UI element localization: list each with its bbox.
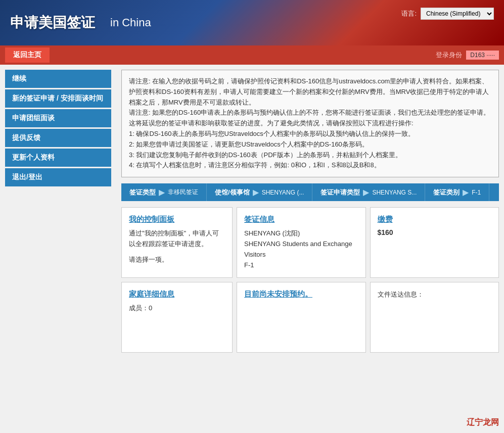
tab-arrow-3: ▶ bbox=[363, 187, 369, 197]
visa-info-panel: 签证信息 SHENYANG (沈阳) SHENYANG Students and… bbox=[237, 207, 366, 278]
language-selector[interactable]: 语言: Chinese (Simplified) English Chinese… bbox=[401, 8, 494, 20]
visa-info-location: SHENYANG (沈阳) bbox=[244, 228, 358, 239]
notice-box: 请注意: 在输入您的收据号码之前，请确保护照传记资料和DS-160信息与ustr… bbox=[121, 70, 499, 177]
tab-visa-type-value: 非移民签证 bbox=[168, 188, 198, 197]
tab-visa-type-label: 签证类型 bbox=[129, 188, 156, 197]
tab-arrow-1: ▶ bbox=[159, 187, 165, 197]
tab-embassy-value: SHENYANG (... bbox=[262, 189, 304, 196]
sidebar-item-group[interactable]: 申请团组面谈 bbox=[5, 109, 111, 127]
language-label: 语言: bbox=[401, 9, 417, 18]
sidebar: 继续 新的签证申请 / 安排面谈时间 申请团组面谈 提供反馈 更新个人资料 退出… bbox=[0, 65, 116, 362]
tab-embassy[interactable]: 使馆/领事馆 ▶ SHENYANG (... bbox=[207, 183, 312, 201]
tab-application-type-value: SHENYANG S... bbox=[372, 189, 417, 196]
tab-visa-category-label: 签证类别 bbox=[433, 188, 460, 197]
tabs-bar: 签证类型 ▶ 非移民签证 使馆/领事馆 ▶ SHENYANG (... 签证申请… bbox=[121, 183, 499, 201]
navbar: 返回主页 登录身份 D163 ····· bbox=[0, 45, 504, 65]
location-label: in China bbox=[110, 16, 151, 29]
language-dropdown[interactable]: Chinese (Simplified) English Chinese (Tr… bbox=[421, 8, 494, 20]
my-dashboard-title[interactable]: 我的控制面板 bbox=[129, 215, 225, 224]
dashboard-row-2: 家庭详细信息 成员：0 目前尚未安排预约。 文件送达信息： bbox=[121, 282, 499, 353]
appointment-panel: 目前尚未安排预约。 bbox=[237, 282, 366, 353]
visa-info-title[interactable]: 签证信息 bbox=[244, 215, 358, 224]
family-panel: 家庭详细信息 成员：0 bbox=[121, 282, 233, 353]
family-title[interactable]: 家庭详细信息 bbox=[129, 290, 225, 299]
dashboard-row-1: 我的控制面板 通过"我的控制面板"，申请人可以全程跟踪签证申请进度。 请选择一项… bbox=[121, 207, 499, 278]
visa-info-type: F-1 bbox=[244, 260, 358, 271]
tab-embassy-label: 使馆/领事馆 bbox=[215, 188, 250, 197]
tab-arrow-2: ▶ bbox=[253, 187, 259, 197]
main-container: 继续 新的签证申请 / 安排面谈时间 申请团组面谈 提供反馈 更新个人资料 退出… bbox=[0, 65, 504, 362]
sidebar-item-update-profile[interactable]: 更新个人资料 bbox=[5, 149, 111, 167]
tab-visa-category[interactable]: 签证类别 ▶ F-1 bbox=[425, 183, 489, 201]
home-button[interactable]: 返回主页 bbox=[5, 47, 50, 63]
tab-visa-type[interactable]: 签证类型 ▶ 非移民签证 bbox=[121, 183, 207, 201]
site-title: 申请美国签证 bbox=[10, 13, 95, 32]
sidebar-item-feedback[interactable]: 提供反馈 bbox=[5, 129, 111, 147]
appointment-title[interactable]: 目前尚未安排预约。 bbox=[244, 290, 358, 299]
tab-visa-category-value: F-1 bbox=[472, 189, 481, 196]
payment-amount: $160 bbox=[378, 228, 492, 236]
tab-arrow-4: ▶ bbox=[463, 187, 469, 197]
notice-text: 请注意: 在输入您的收据号码之前，请确保护照传记资料和DS-160信息与ustr… bbox=[129, 76, 491, 171]
my-dashboard-panel: 我的控制面板 通过"我的控制面板"，申请人可以全程跟踪签证申请进度。 请选择一项… bbox=[121, 207, 233, 278]
visa-info-program: SHENYANG Students and Exchange Visitors bbox=[244, 239, 358, 260]
my-dashboard-prompt: 请选择一项。 bbox=[129, 255, 225, 265]
sidebar-item-continue[interactable]: 继续 bbox=[5, 70, 111, 88]
payment-title[interactable]: 缴费 bbox=[378, 215, 492, 224]
login-label: 登录身份 bbox=[436, 51, 462, 60]
sidebar-item-new-application[interactable]: 新的签证申请 / 安排面谈时间 bbox=[5, 89, 111, 108]
family-members: 成员：0 bbox=[129, 303, 225, 314]
delivery-title: 文件送达信息： bbox=[378, 290, 492, 300]
delivery-panel: 文件送达信息： bbox=[370, 282, 499, 353]
my-dashboard-description: 通过"我的控制面板"，申请人可以全程跟踪签证申请进度。 bbox=[129, 228, 225, 250]
payment-panel: 缴费 $160 bbox=[370, 207, 499, 278]
sidebar-item-logout[interactable]: 退出/登出 bbox=[5, 168, 111, 186]
tab-application-type[interactable]: 签证申请类型 ▶ SHENYANG S... bbox=[312, 183, 425, 201]
tab-application-type-label: 签证申请类型 bbox=[320, 188, 360, 197]
login-value: D163 ····· bbox=[466, 51, 499, 60]
content-area: 请注意: 在输入您的收据号码之前，请确保护照传记资料和DS-160信息与ustr… bbox=[116, 65, 504, 362]
header: 申请美国签证 in China 语言: Chinese (Simplified)… bbox=[0, 0, 504, 45]
login-info: 登录身份 D163 ····· bbox=[436, 51, 499, 60]
